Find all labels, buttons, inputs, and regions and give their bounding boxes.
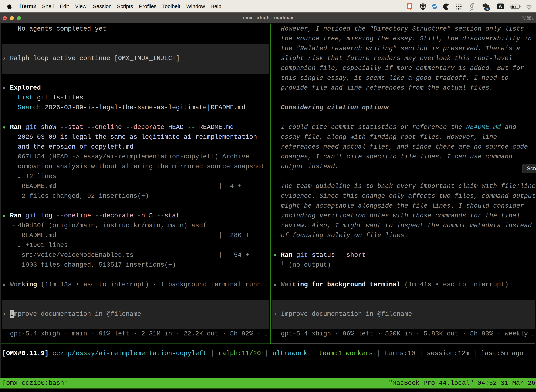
svg-text:..61: ..61 <box>485 7 490 10</box>
